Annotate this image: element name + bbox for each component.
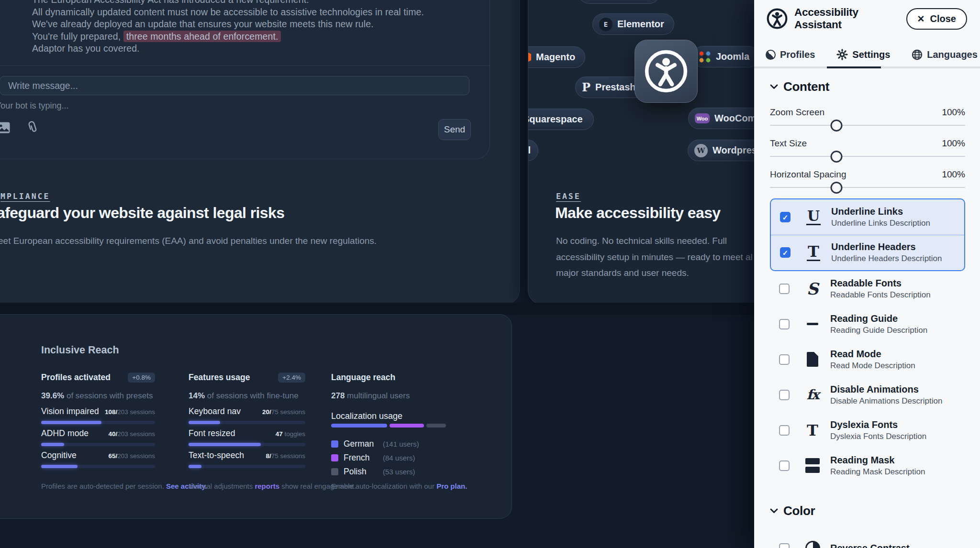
slider-label: Text Size (770, 138, 807, 149)
toggle-readable-fonts[interactable]: ✓ S Readable FontsReadable Fonts Descrip… (770, 271, 965, 307)
progress-bar (189, 421, 305, 424)
metric-row: Cognitive 65/203 sessions (41, 450, 155, 460)
slider-value: 100% (942, 107, 965, 118)
toggle-disable-animations[interactable]: ✓ fx Disable AnimationsDisable Animation… (770, 377, 965, 413)
toggle-reading-mask[interactable]: ✓ Reading MaskReading Mask Description (770, 448, 965, 483)
slider-track[interactable] (770, 187, 965, 188)
slider-thumb[interactable] (830, 151, 842, 163)
wordpress-icon: W (694, 144, 708, 157)
stats-column-features: Features usage +2.4% 14% of sessions wit… (189, 371, 305, 384)
column-stat: 39.6% of sessions with presets (41, 391, 153, 401)
image-attach-icon[interactable] (0, 121, 11, 136)
adaptor-logo-tile (635, 40, 698, 103)
checkbox[interactable]: ✓ (779, 425, 790, 436)
slider-track[interactable] (770, 156, 965, 157)
checkbox[interactable]: ✓ (779, 284, 790, 294)
chevron-down-icon (770, 508, 778, 514)
color-section-header[interactable]: Color (770, 504, 980, 518)
column-title: Language reach (331, 373, 395, 383)
send-button[interactable]: Send (438, 119, 471, 140)
bar-segment-polish (426, 424, 446, 427)
reading-mask-icon (802, 458, 824, 473)
slider-track[interactable] (770, 125, 965, 126)
toggle-dyslexia-fonts[interactable]: ✓ T Dyslexia FontsDyslexia Fonts Descrip… (770, 413, 965, 448)
profiles-icon (766, 50, 776, 60)
checkbox[interactable]: ✓ (779, 390, 790, 400)
metric-row: Font resized 47 toggles (189, 428, 305, 438)
divider (0, 66, 490, 66)
checkbox[interactable]: ✓ (779, 354, 790, 365)
slider-value: 100% (942, 138, 965, 149)
slider-label: Horizontal Spacing (770, 169, 846, 180)
reading-guide-icon (802, 323, 824, 325)
content-section-header[interactable]: Content (770, 79, 980, 94)
integration-badge-fragment (579, 0, 660, 4)
joomla-icon (699, 51, 711, 63)
readable-fonts-icon: S (802, 281, 824, 297)
progress-bar (189, 443, 305, 446)
checkbox[interactable]: ✓ (780, 247, 791, 258)
integration-badge-elementor: E Elementor (592, 13, 674, 35)
paperclip-icon[interactable] (25, 120, 40, 137)
checkbox[interactable] (779, 543, 790, 548)
adaptor-logo (644, 49, 689, 94)
section-gap (0, 303, 766, 315)
legend-item: Polish (53 users) (331, 467, 415, 477)
check-icon: ✓ (781, 248, 790, 257)
checkbox[interactable]: ✓ (779, 319, 790, 329)
column-stat: 14% of sessions with fine-tune (189, 391, 299, 401)
pro-plan-link[interactable]: Pro plan. (436, 482, 467, 490)
toggle-read-mode[interactable]: ✓ Read ModeRead Mode Description (770, 342, 965, 377)
slider-label: Zoom Screen (770, 107, 824, 118)
toggle-reverse-contrast[interactable]: Reverse Contrast (770, 531, 965, 548)
legend-swatch (331, 468, 338, 475)
toggle-underline-headers[interactable]: ✓ T Underline HeadersUnderline Headers D… (771, 235, 964, 270)
metric-row: Vision impaired 108/203 sessions (41, 406, 155, 416)
slider-zoom-screen: Zoom Screen 100% (770, 107, 965, 132)
highlighted-text: three months ahead of enforcement. (123, 31, 281, 42)
tab-languages[interactable]: Languages (912, 49, 978, 60)
panel-title: Accessibility Assistant (794, 6, 900, 31)
tab-settings[interactable]: Settings (836, 49, 890, 60)
legend-item: French (84 users) (331, 453, 415, 463)
bot-message-line: You're fully prepared, three months ahea… (32, 31, 424, 43)
integration-badge-joomla: Joomla (692, 46, 759, 67)
message-input[interactable] (0, 76, 469, 95)
integration-badge-magento: Magento (528, 46, 585, 68)
reverse-contrast-icon (802, 541, 824, 548)
progress-bar (41, 421, 155, 424)
legend-item: German (141 users) (331, 439, 419, 449)
page: The European Accessibility Act has intro… (0, 0, 980, 548)
checkbox[interactable]: ✓ (779, 460, 790, 471)
adaptor-logo-icon (766, 8, 788, 30)
inclusive-reach-card: Inclusive Reach Profiles activated +0.8%… (0, 314, 512, 519)
toggle-reading-guide[interactable]: ✓ Reading GuideReading Guide Description (770, 307, 965, 342)
legend-swatch (331, 440, 338, 448)
toggle-underline-links[interactable]: ✓ U Underline LinksUnderline Links Descr… (771, 199, 964, 235)
column-title: Profiles activated (41, 373, 111, 383)
elementor-icon: E (599, 18, 612, 31)
bot-message-line: The European Accessibility Act has intro… (32, 0, 424, 6)
slider-horizontal-spacing: Horizontal Spacing 100% (770, 169, 965, 194)
slider-thumb[interactable] (830, 120, 842, 132)
metric-row: ADHD mode 40/203 sessions (41, 428, 155, 438)
prestashop-icon: P (582, 80, 590, 94)
globe-icon (912, 49, 923, 60)
compliance-card: The European Accessibility Act has intro… (0, 0, 520, 305)
compliance-eyebrow: MPLIANCE (0, 192, 50, 201)
slider-text-size: Text Size 100% (770, 138, 965, 163)
slider-thumb[interactable] (830, 182, 842, 194)
dyslexia-fonts-icon: T (802, 423, 824, 438)
bar-segment-german (331, 424, 387, 427)
bar-segment-french (390, 424, 424, 427)
tab-profiles[interactable]: Profiles (766, 49, 815, 60)
tab-underline (754, 66, 980, 68)
localization-bar (331, 424, 446, 427)
column-footer: Enable auto-localization with our Pro pl… (331, 482, 467, 490)
reports-link[interactable]: reports (255, 482, 279, 490)
underline-links-icon: U (802, 209, 824, 225)
close-icon: ✕ (917, 13, 925, 24)
close-button[interactable]: ✕ Close (906, 8, 967, 30)
typing-indicator: Your bot is typing... (0, 101, 68, 111)
checkbox[interactable]: ✓ (780, 212, 791, 222)
